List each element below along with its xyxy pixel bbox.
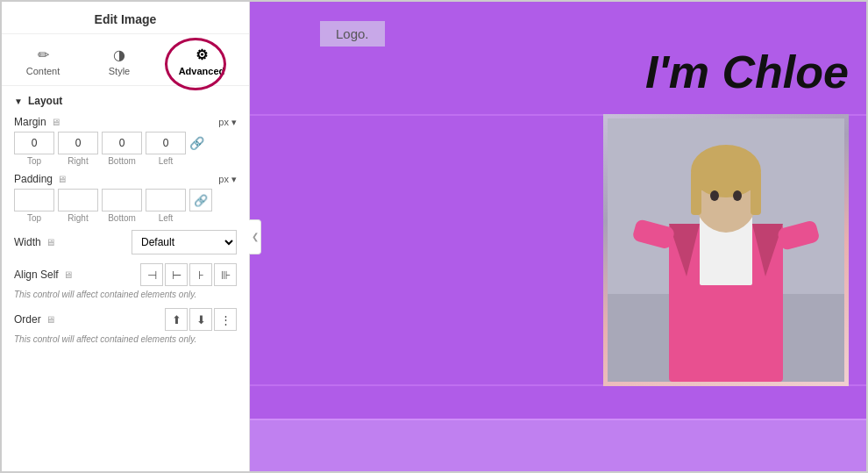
svg-point-9 bbox=[710, 190, 719, 201]
margin-row: Margin 🖥 px ▾ bbox=[14, 116, 237, 128]
padding-inputs: 🔗 bbox=[14, 189, 237, 211]
tab-style-label: Style bbox=[109, 66, 130, 76]
svg-rect-7 bbox=[691, 171, 701, 215]
width-row: Width 🖥 Default Full Width Inline Custom bbox=[14, 230, 237, 254]
preview-bottom-strip bbox=[250, 419, 866, 471]
align-self-label: Align Self bbox=[14, 269, 59, 281]
margin-label: Margin bbox=[14, 116, 46, 128]
margin-right-label: Right bbox=[58, 156, 98, 166]
left-panel: Edit Image ✏ Content ◑ Style ⚙ Advanced … bbox=[2, 2, 250, 471]
margin-label-group: Margin 🖥 bbox=[14, 116, 60, 128]
tab-content-label: Content bbox=[26, 66, 60, 76]
align-stretch-button[interactable]: ⊪ bbox=[214, 263, 237, 286]
padding-link-button[interactable]: 🔗 bbox=[189, 189, 212, 211]
tab-style[interactable]: ◑ Style bbox=[98, 43, 140, 80]
margin-link-icon[interactable]: 🔗 bbox=[189, 136, 204, 150]
order-monitor-icon: 🖥 bbox=[46, 314, 55, 325]
padding-left-input[interactable] bbox=[146, 189, 186, 211]
padding-top-label: Top bbox=[14, 213, 54, 223]
logo-box: Logo. bbox=[320, 21, 385, 47]
order-label: Order bbox=[14, 313, 41, 326]
tab-advanced-label: Advanced bbox=[179, 66, 225, 76]
margin-bottom-input[interactable] bbox=[102, 132, 142, 154]
order-last-button[interactable]: ⬇ bbox=[189, 308, 212, 331]
padding-bottom-label: Bottom bbox=[102, 213, 142, 223]
margin-top-input[interactable] bbox=[14, 132, 54, 154]
width-label: Width bbox=[14, 236, 41, 248]
tabs-row: ✏ Content ◑ Style ⚙ Advanced bbox=[2, 34, 249, 86]
padding-labels: Top Right Bottom Left bbox=[14, 213, 237, 223]
align-self-buttons: ⊣ ⊢ ⊦ ⊪ bbox=[140, 263, 237, 286]
right-panel: Logo. I'm Chloe bbox=[250, 2, 866, 471]
padding-right-input[interactable] bbox=[58, 189, 98, 211]
order-row: Order 🖥 ⬆ ⬇ ⋮ bbox=[14, 308, 237, 331]
padding-row: Padding 🖥 px ▾ bbox=[14, 173, 237, 185]
svg-rect-8 bbox=[751, 171, 761, 215]
preview-photo bbox=[603, 114, 849, 386]
order-custom-button[interactable]: ⋮ bbox=[214, 308, 237, 331]
panel-content: ▼ Layout Margin 🖥 px ▾ 🔗 Top Right Botto… bbox=[2, 86, 249, 471]
align-center-button[interactable]: ⊢ bbox=[165, 263, 188, 286]
padding-label: Padding bbox=[14, 173, 53, 185]
layout-section-header: ▼ Layout bbox=[14, 95, 237, 107]
padding-left-label: Left bbox=[146, 213, 186, 223]
margin-bottom-label: Bottom bbox=[102, 156, 142, 166]
margin-right-input[interactable] bbox=[58, 132, 98, 154]
align-right-button[interactable]: ⊦ bbox=[189, 263, 212, 286]
width-monitor-icon: 🖥 bbox=[46, 237, 55, 247]
margin-monitor-icon: 🖥 bbox=[51, 117, 60, 127]
padding-unit[interactable]: px ▾ bbox=[218, 174, 237, 185]
svg-point-10 bbox=[733, 190, 742, 201]
align-self-label-group: Align Self 🖥 bbox=[14, 269, 73, 281]
padding-right-label: Right bbox=[58, 213, 98, 223]
width-select[interactable]: Default Full Width Inline Custom bbox=[132, 230, 237, 254]
margin-left-label: Left bbox=[146, 156, 186, 166]
margin-unit[interactable]: px ▾ bbox=[218, 117, 237, 128]
margin-top-label: Top bbox=[14, 156, 54, 166]
padding-bottom-input[interactable] bbox=[102, 189, 142, 211]
tab-content[interactable]: ✏ Content bbox=[16, 43, 71, 80]
padding-monitor-icon: 🖥 bbox=[57, 174, 67, 184]
tab-advanced[interactable]: ⚙ Advanced bbox=[168, 43, 236, 80]
align-self-monitor-icon: 🖥 bbox=[63, 269, 73, 280]
padding-top-input[interactable] bbox=[14, 189, 54, 211]
hero-text: I'm Chloe bbox=[645, 46, 849, 98]
layout-arrow-icon: ▼ bbox=[14, 97, 23, 106]
align-self-row: Align Self 🖥 ⊣ ⊢ ⊦ ⊪ bbox=[14, 263, 237, 286]
style-icon: ◑ bbox=[113, 47, 125, 63]
advanced-circle-highlight bbox=[165, 38, 226, 90]
panel-title: Edit Image bbox=[2, 2, 249, 34]
align-left-button[interactable]: ⊣ bbox=[140, 263, 163, 286]
order-buttons: ⬆ ⬇ ⋮ bbox=[165, 308, 237, 331]
person-svg bbox=[608, 118, 844, 382]
content-icon: ✏ bbox=[38, 47, 49, 63]
order-label-group: Order 🖥 bbox=[14, 313, 55, 326]
preview-photo-inner bbox=[603, 114, 849, 386]
width-label-group: Width 🖥 bbox=[14, 236, 55, 248]
margin-inputs: 🔗 bbox=[14, 132, 237, 154]
advanced-icon: ⚙ bbox=[196, 47, 208, 63]
panel-collapse-handle[interactable]: ❮ bbox=[249, 219, 261, 254]
align-self-hint: This control will affect contained eleme… bbox=[14, 290, 237, 299]
order-hint: This control will affect contained eleme… bbox=[14, 334, 237, 344]
order-first-button[interactable]: ⬆ bbox=[165, 308, 188, 331]
margin-left-input[interactable] bbox=[146, 132, 186, 154]
margin-labels: Top Right Bottom Left bbox=[14, 156, 237, 166]
layout-section-label: Layout bbox=[28, 95, 62, 107]
padding-label-group: Padding 🖥 bbox=[14, 173, 67, 185]
